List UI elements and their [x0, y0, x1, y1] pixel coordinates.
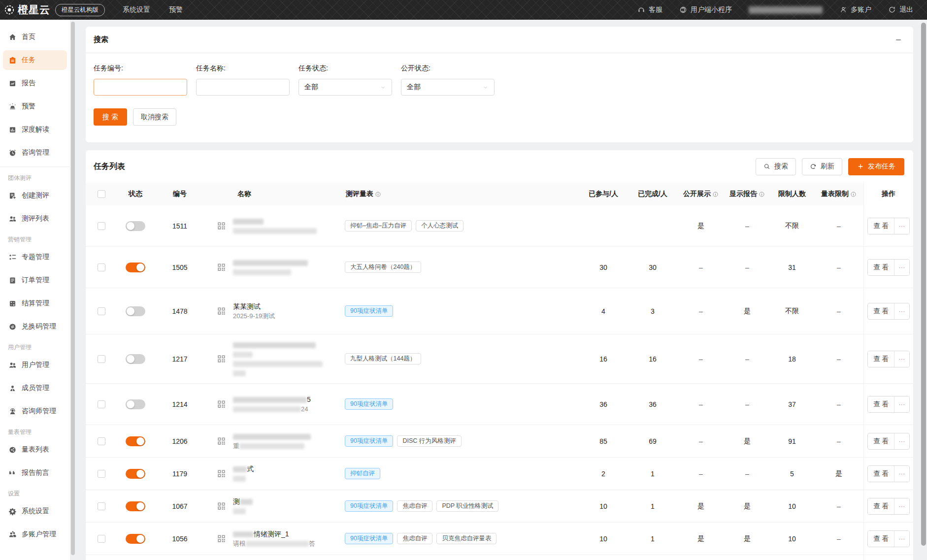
sidebar-item-系统设置[interactable]: 系统设置 — [3, 501, 67, 521]
insight-icon — [8, 126, 17, 134]
select-all-checkbox[interactable] — [98, 190, 105, 198]
task-name-line — [233, 432, 311, 441]
sidebar-item-兑换码管理[interactable]: 兑换码管理 — [3, 317, 67, 336]
view-button[interactable]: 查 看 — [868, 351, 894, 367]
refresh-icon — [810, 163, 817, 170]
more-actions-button[interactable]: ··· — [894, 498, 909, 514]
row-actions: 查 看 ··· — [867, 259, 909, 276]
sidebar-item-深度解读[interactable]: 深度解读 — [3, 120, 67, 139]
people-icon — [8, 361, 17, 369]
qr-icon[interactable] — [217, 221, 226, 231]
topbar-item-headset[interactable]: 客服 — [637, 5, 662, 14]
search-button[interactable]: 搜 索 — [94, 108, 127, 126]
more-actions-button[interactable]: ··· — [894, 433, 909, 449]
field-select[interactable]: 全部 — [298, 79, 392, 96]
more-actions-button[interactable]: ··· — [894, 531, 909, 547]
topbar-item-person-switch[interactable]: 多账户 — [839, 5, 871, 14]
view-button[interactable]: 查 看 — [868, 218, 894, 234]
row-checkbox[interactable] — [98, 400, 105, 408]
status-toggle[interactable] — [126, 501, 145, 511]
qr-icon[interactable] — [217, 306, 226, 316]
topbar-account[interactable] — [749, 6, 823, 14]
more-actions-button[interactable]: ··· — [894, 260, 909, 275]
status-toggle[interactable] — [126, 354, 145, 364]
field-input[interactable] — [202, 83, 284, 91]
row-checkbox[interactable] — [98, 437, 105, 445]
sidebar-item-报告前言[interactable]: 报告前言 — [3, 463, 67, 483]
view-button[interactable]: 查 看 — [868, 531, 894, 547]
qr-icon[interactable] — [217, 469, 226, 478]
sidebar-section-label: 量表管理 — [8, 428, 70, 436]
cell-public: – — [677, 425, 725, 457]
more-actions-button[interactable]: ··· — [894, 351, 909, 367]
row-checkbox[interactable] — [98, 355, 105, 363]
cell-scale_limit: – — [814, 490, 863, 522]
qr-icon[interactable] — [217, 399, 226, 409]
qr-icon[interactable] — [217, 263, 226, 272]
report-icon — [8, 79, 17, 88]
field-select[interactable]: 全部 — [401, 79, 495, 96]
view-button[interactable]: 查 看 — [868, 498, 894, 514]
sidebar-item-报告[interactable]: 报告 — [3, 73, 67, 93]
topbar-item-miniapp[interactable]: 用户端小程序 — [679, 5, 732, 14]
status-toggle[interactable] — [126, 306, 145, 316]
status-toggle[interactable] — [126, 263, 145, 272]
view-button[interactable]: 查 看 — [868, 260, 894, 275]
row-checkbox[interactable] — [98, 264, 105, 271]
cancel-search-button[interactable]: 取消搜索 — [133, 108, 176, 126]
sidebar-item-结算管理[interactable]: 结算管理 — [3, 294, 67, 313]
settlement-icon — [8, 299, 17, 308]
column-header-checkbox — [86, 183, 118, 205]
topbar-item-logout[interactable]: 退出 — [888, 5, 913, 14]
more-actions-button[interactable]: ··· — [894, 396, 909, 412]
sidebar-item-创建测评[interactable]: 创建测评 — [3, 186, 67, 205]
collapse-panel-icon[interactable] — [894, 36, 902, 44]
view-button[interactable]: 查 看 — [868, 303, 894, 319]
sidebar-item-多账户管理[interactable]: 多账户管理 — [3, 525, 67, 544]
more-actions-button[interactable]: ··· — [894, 218, 909, 234]
status-toggle[interactable] — [126, 399, 145, 409]
row-checkbox[interactable] — [98, 502, 105, 510]
cell-report: – — [725, 458, 770, 490]
sidebar-item-测评列表[interactable]: 测评列表 — [3, 209, 67, 229]
sidebar-item-预警[interactable]: 预警 — [3, 97, 67, 116]
row-checkbox[interactable] — [98, 307, 105, 315]
status-toggle[interactable] — [126, 534, 145, 544]
sidebar-item-订单管理[interactable]: 订单管理 — [3, 270, 67, 290]
more-actions-button[interactable]: ··· — [894, 466, 909, 482]
row-checkbox[interactable] — [98, 222, 105, 230]
sidebar-item-专题管理[interactable]: 专题管理 — [3, 247, 67, 267]
status-toggle[interactable] — [126, 221, 145, 231]
status-toggle[interactable] — [126, 469, 145, 479]
sidebar-item-用户管理[interactable]: 用户管理 — [3, 355, 67, 375]
sidebar-item-成员管理[interactable]: 成员管理 — [3, 378, 67, 398]
publish-task-button[interactable]: 发布任务 — [848, 158, 904, 175]
sidebar-item-量表列表[interactable]: 量表列表 — [3, 440, 67, 460]
window-scrollbar-thumb[interactable] — [921, 23, 926, 546]
view-button[interactable]: 查 看 — [868, 396, 894, 412]
refresh-button[interactable]: 刷新 — [802, 158, 842, 175]
cell-public: – — [677, 458, 725, 490]
sidebar-item-任务[interactable]: 任务 — [3, 50, 67, 70]
qr-icon[interactable] — [217, 534, 226, 543]
view-button[interactable]: 查 看 — [868, 433, 894, 449]
sidebar-item-咨询管理[interactable]: 咨询管理 — [3, 143, 67, 163]
topbar-nav-item[interactable]: 系统设置 — [123, 5, 150, 14]
qr-icon[interactable] — [217, 501, 226, 511]
row-checkbox[interactable] — [98, 470, 105, 478]
sidebar-scrollbar — [70, 20, 76, 560]
field-input[interactable] — [99, 83, 181, 91]
qr-icon[interactable] — [217, 354, 226, 363]
app-logo[interactable]: 橙星云 — [4, 3, 50, 17]
more-actions-button[interactable]: ··· — [894, 303, 909, 319]
status-toggle[interactable] — [126, 436, 145, 446]
row-checkbox[interactable] — [98, 535, 105, 543]
sidebar-item-咨询师管理[interactable]: 咨询师管理 — [3, 401, 67, 421]
sidebar-scrollbar-thumb[interactable] — [71, 22, 75, 555]
topbar-nav-item[interactable]: 预警 — [169, 5, 183, 14]
view-button[interactable]: 查 看 — [868, 466, 894, 482]
qr-icon[interactable] — [217, 436, 226, 446]
sidebar-item-首页[interactable]: 首页 — [3, 27, 67, 47]
list-search-button[interactable]: 搜索 — [756, 158, 796, 175]
scale-tag: 90项症状清单 — [345, 398, 393, 410]
